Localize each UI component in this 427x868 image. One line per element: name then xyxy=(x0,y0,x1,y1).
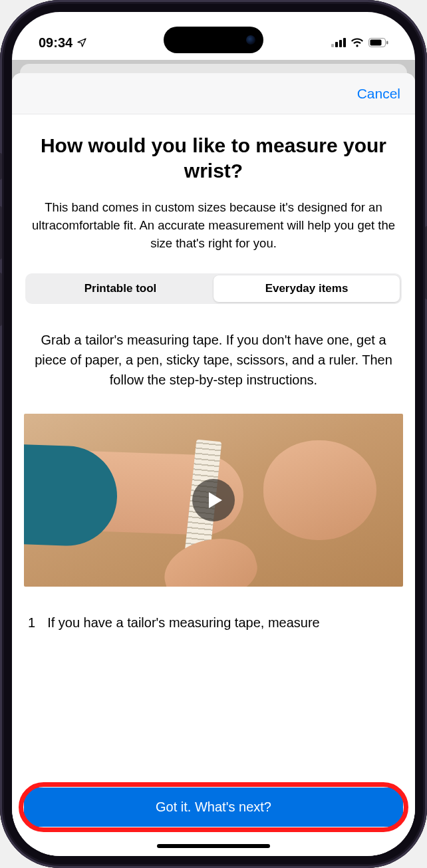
battery-icon xyxy=(368,38,388,47)
modal-sheet: Cancel How would you like to measure you… xyxy=(12,73,415,856)
page-subtitle: This band comes in custom sizes because … xyxy=(24,199,403,252)
svg-rect-0 xyxy=(331,44,334,47)
screen: 09:34 Cancel How would you like to measu… xyxy=(12,12,415,856)
cellular-icon xyxy=(331,38,346,47)
svg-rect-6 xyxy=(386,41,388,45)
svg-rect-1 xyxy=(335,42,338,47)
play-icon xyxy=(208,492,223,509)
segment-printable-tool[interactable]: Printable tool xyxy=(27,275,214,302)
location-icon xyxy=(76,37,87,48)
side-button xyxy=(0,153,2,180)
sheet-content[interactable]: How would you like to measure your wrist… xyxy=(12,114,415,856)
side-button xyxy=(0,206,2,259)
wifi-icon xyxy=(351,38,364,47)
front-camera xyxy=(246,35,255,45)
segmented-control: Printable tool Everyday items xyxy=(25,273,402,304)
instructions-text: Grab a tailor's measuring tape. If you d… xyxy=(24,331,403,390)
svg-rect-5 xyxy=(370,40,382,46)
step-item: 1 If you have a tailor's measuring tape,… xyxy=(24,613,403,633)
page-title: How would you like to measure your wrist… xyxy=(24,133,403,183)
svg-rect-2 xyxy=(339,40,342,47)
illustration-fist xyxy=(263,440,376,540)
dynamic-island xyxy=(164,27,263,53)
status-time: 09:34 xyxy=(39,35,72,51)
home-indicator[interactable] xyxy=(157,844,270,848)
sheet-header: Cancel xyxy=(12,73,415,114)
cancel-button[interactable]: Cancel xyxy=(357,86,400,102)
side-button xyxy=(0,273,2,326)
step-text: If you have a tailor's measuring tape, m… xyxy=(47,613,320,633)
cta-container: Got it. What's next? xyxy=(24,788,403,827)
play-button[interactable] xyxy=(192,479,235,521)
step-number: 1 xyxy=(28,613,35,633)
got-it-button[interactable]: Got it. What's next? xyxy=(24,788,403,827)
phone-frame: 09:34 Cancel How would you like to measu… xyxy=(0,0,427,868)
svg-rect-3 xyxy=(343,38,346,47)
segment-everyday-items[interactable]: Everyday items xyxy=(214,275,400,302)
sheet-backdrop: Cancel How would you like to measure you… xyxy=(12,60,415,856)
video-thumbnail[interactable] xyxy=(24,414,403,587)
